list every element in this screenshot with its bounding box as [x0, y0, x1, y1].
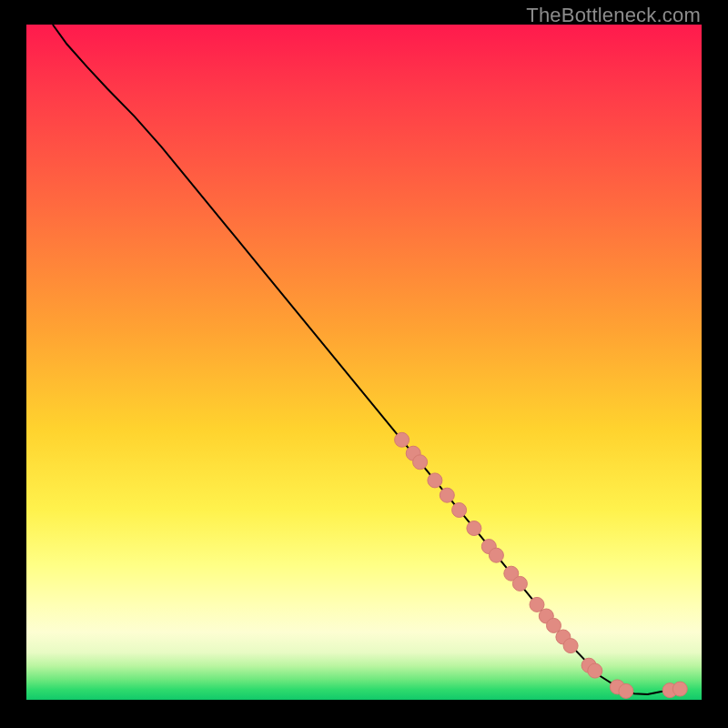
data-marker	[395, 432, 410, 447]
bottleneck-curve	[53, 25, 682, 694]
data-marker	[413, 455, 428, 470]
data-marker	[588, 663, 602, 678]
data-marker	[440, 488, 454, 502]
data-marker	[619, 683, 633, 698]
data-marker	[452, 503, 467, 518]
data-marker	[672, 682, 687, 696]
chart-svg	[26, 25, 702, 700]
chart-stage: TheBottleneck.com	[0, 0, 728, 728]
data-marker	[467, 521, 481, 536]
data-marker	[428, 473, 442, 488]
plot-area	[26, 25, 702, 700]
data-marker	[489, 548, 503, 562]
data-marker	[512, 576, 527, 591]
marker-group	[395, 432, 688, 698]
data-marker	[563, 639, 578, 653]
